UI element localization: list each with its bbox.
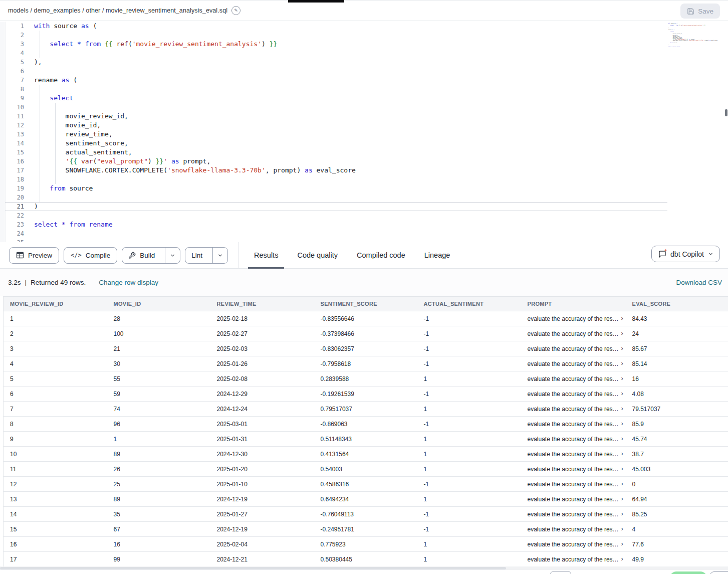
- chevron-right-icon[interactable]: ›: [621, 555, 623, 562]
- download-csv-link[interactable]: Download CSV: [676, 279, 722, 286]
- code-line: 8: [5, 85, 667, 94]
- partial-button[interactable]: [550, 571, 571, 574]
- minimap[interactable]: with source as ( select * from {{ ref('m…: [668, 23, 725, 52]
- cell: 2024-12-21: [210, 552, 314, 567]
- code-icon: </>: [71, 252, 82, 259]
- cell: 2024-12-29: [210, 387, 314, 402]
- code-line: 22: [5, 211, 667, 220]
- cell-eval-score: 84.43: [626, 311, 728, 326]
- cell: 1: [417, 462, 521, 477]
- build-split-button: Build: [122, 247, 180, 264]
- cell: 0.4586316: [314, 477, 417, 492]
- tab-code-quality[interactable]: Code quality: [295, 242, 340, 269]
- chevron-right-icon[interactable]: ›: [621, 465, 623, 472]
- cell: 25: [107, 477, 210, 492]
- chevron-right-icon[interactable]: ›: [621, 329, 623, 337]
- table-row: 912025-01-310.511483431evaluate the accu…: [4, 432, 728, 447]
- chevron-right-icon[interactable]: ›: [621, 435, 623, 442]
- chevron-right-icon[interactable]: ›: [621, 525, 623, 532]
- chevron-right-icon[interactable]: ›: [621, 405, 623, 412]
- cell: 3: [4, 341, 107, 356]
- cell: 6: [4, 387, 107, 402]
- chevron-right-icon[interactable]: ›: [621, 510, 623, 517]
- cell: 12: [4, 477, 107, 492]
- lint-menu-button[interactable]: [212, 248, 227, 263]
- chevron-right-icon[interactable]: ›: [621, 540, 623, 547]
- cell: -1: [417, 507, 521, 522]
- breadcrumb[interactable]: models / demo_examples / other / movie_r…: [8, 7, 227, 14]
- cell: 1: [4, 311, 107, 326]
- chevron-down-icon: [217, 253, 223, 258]
- cell: 17: [4, 552, 107, 567]
- cell: 0.2839588: [314, 371, 417, 387]
- elapsed-time: 3.2s: [8, 279, 21, 286]
- results-body: 1282025-02-18-0.83556646-1evaluate the a…: [4, 311, 728, 567]
- editor-vertical-scrollbar[interactable]: [725, 109, 727, 116]
- cell-eval-score: 45.003: [626, 462, 728, 477]
- code-line: 19 from source: [5, 184, 667, 193]
- cell: 89: [107, 447, 210, 462]
- cell: -1: [417, 326, 521, 341]
- lint-button[interactable]: Lint: [185, 248, 208, 263]
- save-button[interactable]: Save: [680, 4, 720, 19]
- table-row: 21002025-02-27-0.37398466-1evaluate the …: [4, 326, 728, 341]
- chevron-right-icon[interactable]: ›: [621, 374, 623, 382]
- cell: 15: [4, 522, 107, 537]
- prompt-cell: evaluate the accuracy of the res…›: [521, 522, 626, 537]
- code-line: 3 select * from {{ ref('movie_review_sen…: [5, 40, 667, 49]
- horizontal-scrollbar-thumb[interactable]: [0, 567, 506, 569]
- build-menu-button[interactable]: [165, 248, 180, 263]
- bottom-strip: [0, 570, 728, 574]
- cell-eval-score: 38.7: [626, 447, 728, 462]
- cell-eval-score: 85.14: [626, 356, 728, 371]
- pencil-circle-icon: ✎: [231, 6, 240, 15]
- sql-editor[interactable]: 1with source as (23 select * from {{ ref…: [0, 22, 728, 242]
- cell: 1: [107, 432, 210, 447]
- partial-button[interactable]: [710, 571, 728, 574]
- prompt-cell: evaluate the accuracy of the res…›: [521, 387, 626, 402]
- tab-lineage[interactable]: Lineage: [422, 242, 452, 269]
- chevron-right-icon[interactable]: ›: [621, 344, 623, 352]
- cell: 11: [4, 462, 107, 477]
- column-header-eval_score: EVAL_SCORE: [626, 297, 728, 311]
- compile-button[interactable]: </> Compile: [64, 247, 117, 264]
- cell-eval-score: 64.94: [626, 492, 728, 507]
- cell: 96: [107, 417, 210, 432]
- results-panel: MOVIE_REVIEW_IDMOVIE_IDREVIEW_TIMESENTIM…: [3, 296, 728, 567]
- horizontal-scrollbar[interactable]: [0, 566, 728, 570]
- chevron-right-icon[interactable]: ›: [621, 495, 623, 502]
- table-row: 13892024-12-190.64942341evaluate the acc…: [4, 492, 728, 507]
- dbt-copilot-button[interactable]: ✦ dbt Copilot: [651, 246, 720, 262]
- lint-label: Lint: [191, 252, 202, 259]
- cell: 21: [107, 341, 210, 356]
- chevron-right-icon[interactable]: ›: [621, 390, 623, 397]
- cell: 2025-02-18: [210, 311, 314, 326]
- table-row: 14352025-01-27-0.76049113-1evaluate the …: [4, 507, 728, 522]
- prompt-text: evaluate the accuracy of the res…: [528, 436, 619, 443]
- prompt-text: evaluate the accuracy of the res…: [528, 315, 619, 322]
- results-header-row: MOVIE_REVIEW_IDMOVIE_IDREVIEW_TIMESENTIM…: [4, 297, 728, 311]
- chevron-right-icon[interactable]: ›: [621, 314, 623, 322]
- table-row: 10892024-12-300.41315641evaluate the acc…: [4, 447, 728, 462]
- cell: -1: [417, 417, 521, 432]
- build-button[interactable]: Build: [122, 248, 161, 263]
- chevron-right-icon[interactable]: ›: [621, 480, 623, 487]
- prompt-text: evaluate the accuracy of the res…: [528, 451, 619, 458]
- tab-compiled-code[interactable]: Compiled code: [355, 242, 407, 269]
- prompt-text: evaluate the accuracy of the res…: [528, 375, 619, 382]
- partial-green-button[interactable]: [670, 571, 707, 574]
- prompt-text: evaluate the accuracy of the res…: [528, 541, 619, 548]
- chevron-right-icon[interactable]: ›: [621, 420, 623, 427]
- table-row: 15672024-12-19-0.24951781-1evaluate the …: [4, 522, 728, 537]
- cell: -0.19261539: [314, 387, 417, 402]
- tab-results[interactable]: Results: [252, 242, 280, 269]
- cell: 1: [417, 537, 521, 552]
- prompt-text: evaluate the accuracy of the res…: [528, 345, 619, 352]
- chevron-right-icon[interactable]: ›: [621, 359, 623, 367]
- cell: 99: [107, 552, 210, 567]
- cell: 2025-02-08: [210, 371, 314, 387]
- chevron-right-icon[interactable]: ›: [621, 450, 623, 457]
- change-row-display-link[interactable]: Change row display: [99, 279, 158, 286]
- preview-button[interactable]: Preview: [9, 247, 59, 264]
- cell-eval-score: 0: [626, 477, 728, 492]
